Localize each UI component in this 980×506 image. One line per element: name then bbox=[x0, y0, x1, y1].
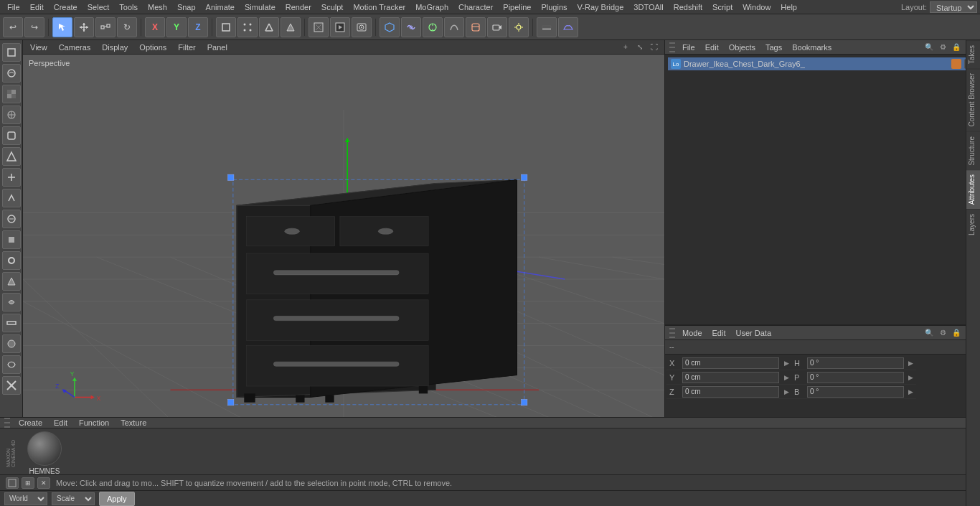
obj-lock-icon[interactable]: 🔒 bbox=[951, 42, 962, 53]
obj-tab-file[interactable]: File bbox=[679, 42, 698, 52]
menu-select[interactable]: Select bbox=[83, 1, 114, 13]
interactive-render-button[interactable] bbox=[330, 17, 350, 37]
menu-motion-tracker[interactable]: Motion Tracker bbox=[349, 1, 410, 13]
menu-render[interactable]: Render bbox=[281, 1, 316, 13]
sidebar-tool12-btn[interactable] bbox=[2, 355, 21, 374]
sidebar-obj-btn[interactable] bbox=[2, 126, 21, 145]
z-axis-button[interactable]: Z bbox=[188, 17, 208, 37]
y-axis-button[interactable]: Y bbox=[166, 17, 187, 37]
sidebar-tool8-btn[interactable] bbox=[2, 272, 21, 291]
sidebar-tool4-btn[interactable] bbox=[2, 189, 21, 207]
sidebar-tool10-btn[interactable] bbox=[2, 314, 21, 332]
sidebar-bp-3d-btn[interactable] bbox=[2, 106, 21, 124]
menu-script[interactable]: Script bbox=[708, 1, 737, 13]
sidebar-tool7-btn[interactable] bbox=[2, 251, 21, 270]
obj-item-drawer[interactable]: Lo Drawer_Ikea_Chest_Dark_Gray6_ bbox=[668, 57, 977, 70]
tab-layers[interactable]: Layers bbox=[966, 209, 980, 240]
coord-b-input[interactable] bbox=[807, 386, 904, 398]
scale-tool-button[interactable] bbox=[95, 17, 116, 37]
material-grip[interactable] bbox=[4, 418, 10, 428]
status-view-icon[interactable]: ⊞ bbox=[22, 477, 34, 489]
attr-tab-userdata[interactable]: User Data bbox=[733, 328, 775, 338]
attr-tab-edit[interactable]: Edit bbox=[710, 328, 729, 338]
obj-manager-content[interactable]: Lo Drawer_Ikea_Chest_Dark_Gray6_ bbox=[665, 55, 980, 324]
vp-menu-options[interactable]: Options bbox=[136, 42, 169, 52]
menu-redshift[interactable]: Redshift bbox=[669, 1, 707, 13]
apply-button[interactable]: Apply bbox=[99, 492, 135, 506]
vp-menu-display[interactable]: Display bbox=[99, 42, 131, 52]
coord-x-input[interactable] bbox=[682, 357, 779, 369]
menu-3dtoall[interactable]: 3DTOAll bbox=[629, 1, 667, 13]
coord-z-input[interactable] bbox=[682, 386, 779, 398]
sidebar-tool13-btn[interactable] bbox=[2, 376, 21, 395]
status-close-icon[interactable]: ✕ bbox=[37, 477, 50, 489]
scene-button[interactable] bbox=[466, 17, 486, 37]
obj-tab-edit[interactable]: Edit bbox=[702, 42, 722, 52]
vp-menu-view[interactable]: View bbox=[27, 42, 50, 52]
tab-attributes[interactable]: Attributes bbox=[966, 169, 980, 209]
mat-create-tab[interactable]: Create bbox=[16, 418, 45, 428]
rotate-tool-button[interactable]: ↻ bbox=[117, 17, 137, 37]
menu-create[interactable]: Create bbox=[50, 1, 82, 13]
sidebar-texture-btn[interactable] bbox=[2, 85, 21, 103]
menu-edit[interactable]: Edit bbox=[26, 1, 48, 13]
tab-takes[interactable]: Takes bbox=[966, 40, 980, 68]
undo-button[interactable]: ↩ bbox=[3, 17, 23, 37]
menu-file[interactable]: File bbox=[3, 1, 24, 13]
cube-button[interactable] bbox=[380, 17, 400, 37]
spline-button[interactable] bbox=[401, 17, 421, 37]
deformer-button[interactable] bbox=[444, 17, 464, 37]
sidebar-tool3-btn[interactable] bbox=[2, 168, 21, 187]
vp-expand-icon[interactable]: ⤡ bbox=[634, 42, 646, 53]
material-item-hemnes[interactable]: HEMNES bbox=[27, 431, 62, 475]
vp-fullscreen-icon[interactable]: ⛶ bbox=[649, 42, 660, 53]
menu-pipeline[interactable]: Pipeline bbox=[499, 1, 535, 13]
attr-search-icon[interactable]: 🔍 bbox=[923, 327, 935, 339]
tab-content-browser[interactable]: Content Browser bbox=[966, 68, 980, 131]
tab-structure[interactable]: Structure bbox=[966, 131, 980, 170]
menu-window[interactable]: Window bbox=[738, 1, 775, 13]
edges-mode-button[interactable] bbox=[259, 17, 279, 37]
menu-animate[interactable]: Animate bbox=[202, 1, 239, 13]
redo-button[interactable]: ↪ bbox=[24, 17, 44, 37]
attr-tab-mode[interactable]: Mode bbox=[679, 328, 705, 338]
camera-button[interactable] bbox=[487, 17, 507, 37]
light-button[interactable] bbox=[509, 17, 529, 37]
select-tool-button[interactable] bbox=[52, 17, 72, 37]
obj-tab-bookmarks[interactable]: Bookmarks bbox=[789, 42, 834, 52]
panel-grip[interactable] bbox=[669, 42, 675, 52]
coord-p-input[interactable] bbox=[807, 372, 904, 383]
vp-menu-cameras[interactable]: Cameras bbox=[56, 42, 94, 52]
sidebar-tool11-btn[interactable] bbox=[2, 334, 21, 353]
render-view-button[interactable] bbox=[352, 17, 372, 37]
scale-select[interactable]: Scale bbox=[52, 492, 95, 505]
vp-camera-icon[interactable]: + bbox=[620, 42, 631, 53]
layout-select[interactable]: Startup bbox=[930, 1, 977, 13]
menu-vray[interactable]: V-Ray Bridge bbox=[573, 1, 628, 13]
attr-grip[interactable] bbox=[669, 328, 675, 338]
menu-help[interactable]: Help bbox=[776, 1, 801, 13]
sidebar-tool6-btn[interactable] bbox=[2, 230, 21, 249]
obj-settings-icon[interactable]: ⚙ bbox=[937, 42, 948, 53]
status-obj-icon[interactable] bbox=[6, 477, 19, 489]
obj-search-icon[interactable]: 🔍 bbox=[923, 42, 935, 53]
menu-sculpt[interactable]: Sculpt bbox=[317, 1, 348, 13]
sidebar-sculpt-btn[interactable] bbox=[2, 64, 21, 83]
menu-simulate[interactable]: Simulate bbox=[240, 1, 280, 13]
menu-snap[interactable]: Snap bbox=[173, 1, 200, 13]
move-tool-button[interactable] bbox=[74, 17, 94, 37]
obj-tab-objects[interactable]: Objects bbox=[726, 42, 758, 52]
viewport-3d[interactable]: X Y Z Perspective Grid Spacing : 100 cm bbox=[23, 55, 664, 474]
polygons-mode-button[interactable] bbox=[281, 17, 301, 37]
mat-edit-tab[interactable]: Edit bbox=[51, 418, 70, 428]
points-mode-button[interactable] bbox=[237, 17, 258, 37]
world-select[interactable]: World bbox=[4, 492, 47, 505]
menu-character[interactable]: Character bbox=[454, 1, 497, 13]
mat-texture-tab[interactable]: Texture bbox=[118, 418, 149, 428]
object-mode-button[interactable] bbox=[216, 17, 236, 37]
vp-menu-panel[interactable]: Panel bbox=[204, 42, 230, 52]
attr-settings-icon[interactable]: ⚙ bbox=[937, 327, 948, 339]
mat-function-tab[interactable]: Function bbox=[76, 418, 112, 428]
attr-lock-icon[interactable]: 🔒 bbox=[951, 327, 962, 339]
sky-button[interactable] bbox=[558, 17, 578, 37]
